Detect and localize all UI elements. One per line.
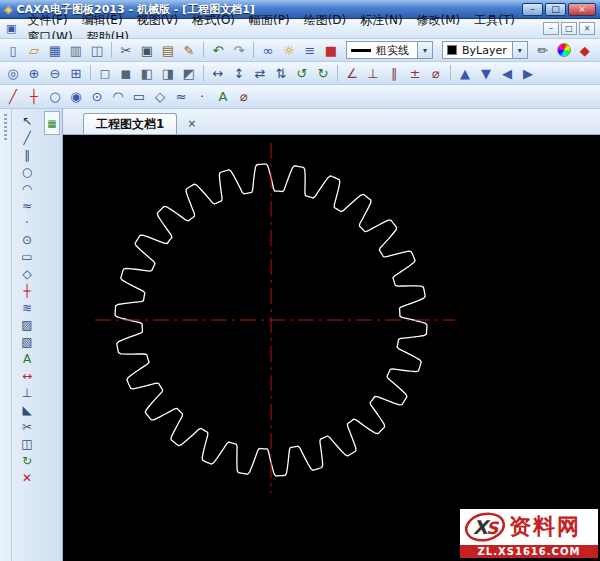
parallel-line-icon[interactable]: ∥ [15, 146, 39, 163]
text-tool-icon[interactable]: A [213, 87, 233, 106]
menu-view[interactable]: 视图(V) [130, 12, 186, 28]
fill-icon[interactable]: ▧ [15, 333, 39, 350]
pan-icon[interactable]: ⊞ [66, 64, 86, 83]
tolerance-icon[interactable]: ± [405, 64, 425, 83]
pen-style-icon[interactable]: ✏ [533, 41, 553, 60]
rotate-ccw-icon[interactable]: ↺ [292, 64, 312, 83]
menu-tools[interactable]: 工具(T) [467, 12, 522, 28]
polygon-tool-icon[interactable]: ◇ [150, 87, 170, 106]
swap-icon[interactable]: ⇄ [250, 64, 270, 83]
parallel-lines-icon[interactable]: ∥ [384, 64, 404, 83]
dimension-icon[interactable]: ↔ [15, 367, 39, 384]
zoom-in-icon[interactable]: ⊕ [24, 64, 44, 83]
linestyle-dropdown[interactable]: 粗实线 ▾ [346, 41, 433, 59]
menu-file[interactable]: 文件(F) [20, 12, 74, 28]
spline-icon[interactable]: ≈ [15, 197, 39, 214]
mirror-icon[interactable]: ◫ [15, 435, 39, 452]
color-dropdown[interactable]: ByLayer ▾ [442, 41, 528, 59]
menu-format[interactable]: 格式(O) [185, 12, 242, 28]
line-icon[interactable]: ╱ [15, 129, 39, 146]
arrow-up-icon[interactable]: ▲ [455, 64, 475, 83]
spline-tool-icon[interactable]: ≈ [171, 87, 191, 106]
circle-tool-icon[interactable]: ○ [45, 87, 65, 106]
open-file-icon[interactable]: ▱ [24, 41, 44, 60]
trim-icon[interactable]: ✂ [15, 418, 39, 435]
line-tool-icon[interactable]: ╱ [3, 87, 23, 106]
centerline-tool-icon[interactable]: ┼ [24, 87, 44, 106]
chevron-down-icon[interactable]: ▾ [417, 42, 432, 58]
hatch-icon[interactable]: ▨ [15, 316, 39, 333]
document-tabbar: 工程图文档1 × [63, 109, 600, 135]
dim-tool-icon[interactable]: ⌀ [234, 87, 254, 106]
color-wheel-icon[interactable] [554, 41, 574, 60]
offset-icon[interactable]: ≋ [15, 299, 39, 316]
mdi-close-button[interactable]: × [579, 22, 595, 35]
rotate-cw-icon[interactable]: ↻ [313, 64, 333, 83]
drawing-canvas[interactable]: X S 资料网 ZL.XS1616.COM [63, 135, 600, 561]
zoom-out-icon[interactable]: ⊖ [45, 64, 65, 83]
circle-icon[interactable]: ○ [15, 163, 39, 180]
delete-icon[interactable]: ✕ [15, 469, 39, 486]
rectangle-tool-icon[interactable]: ▭ [129, 87, 149, 106]
diameter-icon[interactable]: ⌀ [426, 64, 446, 83]
close-button[interactable]: × [568, 3, 596, 16]
stretch-horizontal-icon[interactable]: ↔ [208, 64, 228, 83]
concentric-circle-icon[interactable]: ⊙ [87, 87, 107, 106]
perpendicular-icon[interactable]: ⊥ [363, 64, 383, 83]
toolbar-grip[interactable] [0, 109, 12, 561]
arc-icon[interactable]: ◠ [15, 180, 39, 197]
arc-tool-icon[interactable]: ◠ [108, 87, 128, 106]
menu-draw[interactable]: 绘图(D) [297, 12, 354, 28]
fill-toggle-icon[interactable]: ◼ [116, 64, 136, 83]
mdi-restore-button[interactable]: □ [561, 22, 577, 35]
new-file-icon[interactable]: ▯ [3, 41, 23, 60]
arrow-left-icon[interactable]: ◀ [497, 64, 517, 83]
redo-icon[interactable]: ↷ [229, 41, 249, 60]
format-painter-icon[interactable]: ✎ [179, 41, 199, 60]
half-shade-icon[interactable]: ◧ [137, 64, 157, 83]
pick-point-icon[interactable]: ◎ [3, 64, 23, 83]
datum-icon[interactable]: ⊥ [15, 384, 39, 401]
paste-icon[interactable]: ▤ [158, 41, 178, 60]
reorder-icon[interactable]: ⇅ [271, 64, 291, 83]
red-mark-icon[interactable]: ◆ [575, 41, 595, 60]
undo-icon[interactable]: ↶ [208, 41, 228, 60]
link-icon[interactable]: ∞ [258, 41, 278, 60]
layers-icon[interactable]: ≡ [300, 41, 320, 60]
save-file-icon[interactable]: ▦ [45, 41, 65, 60]
pointer-select-icon[interactable]: ↖ [15, 112, 39, 129]
centerline-icon[interactable]: ┼ [15, 282, 39, 299]
stretch-vertical-icon[interactable]: ↕ [229, 64, 249, 83]
copy-icon[interactable]: ▣ [137, 41, 157, 60]
chevron-down-icon[interactable]: ▾ [512, 42, 527, 58]
rectangle-icon[interactable]: ▭ [15, 248, 39, 265]
menu-annotate[interactable]: 标注(N) [353, 12, 409, 28]
print-icon[interactable]: ▥ [66, 41, 86, 60]
tab-document-1[interactable]: 工程图文档1 [83, 113, 177, 134]
rotate-icon[interactable]: ↻ [15, 452, 39, 469]
text-icon[interactable]: A [15, 350, 39, 367]
arrow-right-icon[interactable]: ▶ [518, 64, 538, 83]
menu-edit[interactable]: 编辑(E) [75, 12, 130, 28]
maximize-button[interactable]: □ [545, 3, 566, 16]
cut-icon[interactable]: ✂ [116, 41, 136, 60]
chamfer-icon[interactable]: ◣ [15, 401, 39, 418]
shaded-circle-icon[interactable]: ◉ [66, 87, 86, 106]
right-shade-icon[interactable]: ◨ [158, 64, 178, 83]
point-tool-icon[interactable]: · [192, 87, 212, 106]
menu-paper[interactable]: 幅面(P) [242, 12, 297, 28]
mdi-minimize-button[interactable]: – [543, 22, 559, 35]
point-icon[interactable]: · [15, 214, 39, 231]
polygon-icon[interactable]: ◇ [15, 265, 39, 282]
grid-toggle-icon[interactable]: ◻ [95, 64, 115, 83]
arrow-down-icon[interactable]: ▼ [476, 64, 496, 83]
corner-shade-icon[interactable]: ◩ [179, 64, 199, 83]
color-swatch-icon[interactable]: ■ [321, 41, 341, 60]
bulb-icon[interactable]: ☼ [279, 41, 299, 60]
menu-modify[interactable]: 修改(M) [410, 12, 468, 28]
tab-close-button[interactable]: × [183, 117, 200, 130]
sheet-tab-button[interactable]: ▦ [44, 111, 60, 135]
concentric-circle-icon[interactable]: ⊙ [15, 231, 39, 248]
print-preview-icon[interactable]: ◫ [87, 41, 107, 60]
angle-icon[interactable]: ∠ [342, 64, 362, 83]
